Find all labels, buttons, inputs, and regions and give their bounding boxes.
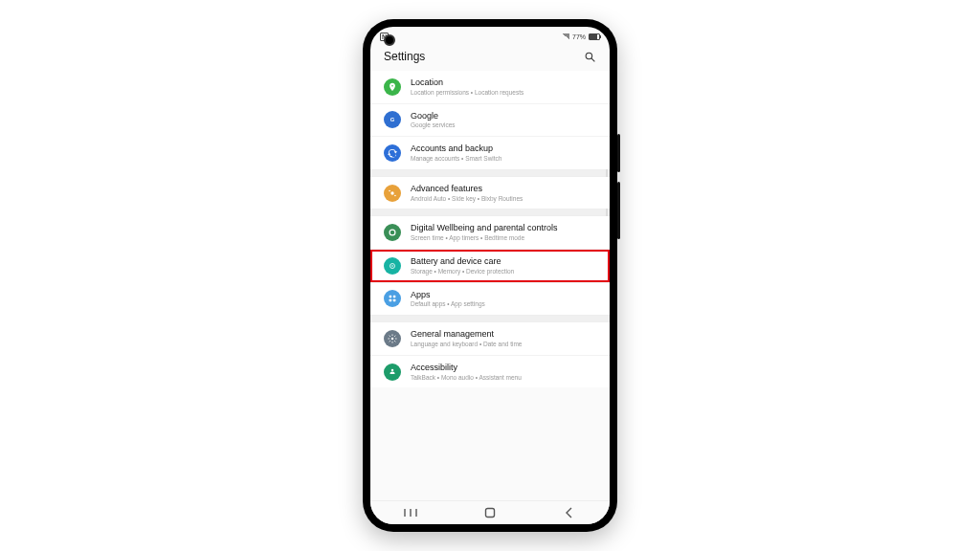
item-title: Apps [411, 290, 485, 300]
item-text: GoogleGoogle services [411, 111, 456, 130]
back-button[interactable] [550, 506, 589, 519]
svg-text:G: G [390, 117, 395, 122]
item-subtitle: Location permissions • Location requests [411, 89, 523, 97]
general-icon [384, 330, 401, 347]
item-text: AppsDefault apps • App settings [411, 290, 485, 309]
item-text: AccessibilityTalkBack • Mono audio • Ass… [411, 363, 522, 382]
settings-item-general[interactable]: General managementLanguage and keyboard … [370, 322, 610, 355]
battery-icon [589, 33, 600, 40]
back-icon [565, 507, 574, 518]
location-icon [384, 78, 401, 96]
nav-bar [370, 500, 610, 524]
accounts-icon [384, 144, 401, 162]
item-title: General management [411, 329, 522, 340]
item-subtitle: Storage • Memory • Device protection [411, 268, 514, 276]
svg-point-0 [586, 53, 592, 59]
item-subtitle: Language and keyboard • Date and time [411, 341, 522, 348]
svg-point-14 [391, 368, 394, 371]
settings-item-apps[interactable]: AppsDefault apps • App settings [370, 282, 610, 316]
settings-item-accessibility[interactable]: AccessibilityTalkBack • Mono audio • Ass… [370, 355, 610, 388]
search-button[interactable] [583, 50, 596, 63]
item-title: Google [411, 111, 456, 121]
front-camera [384, 34, 395, 46]
accessibility-icon [384, 364, 401, 381]
item-subtitle: Default apps • App settings [411, 300, 485, 308]
wellbeing-icon [384, 224, 401, 241]
battery-icon [384, 257, 401, 275]
item-title: Accessibility [411, 363, 522, 373]
recents-icon [404, 508, 417, 518]
settings-item-accounts[interactable]: Accounts and backupManage accounts • Sma… [370, 136, 610, 169]
item-text: Accounts and backupManage accounts • Sma… [411, 143, 502, 163]
signal-icon [562, 33, 569, 39]
svg-rect-18 [485, 509, 494, 518]
google-icon: G [384, 111, 401, 128]
home-icon [484, 507, 496, 518]
item-title: Location [411, 77, 523, 88]
settings-item-location[interactable]: LocationLocation permissions • Location … [370, 71, 610, 103]
item-title: Accounts and backup [411, 143, 502, 154]
item-text: Battery and device careStorage • Memory … [411, 256, 514, 276]
svg-line-1 [591, 58, 594, 61]
settings-item-wellbeing[interactable]: Digital Wellbeing and parental controlsS… [370, 216, 610, 249]
svg-rect-9 [390, 296, 392, 298]
item-text: Advanced featuresAndroid Auto • Side key… [411, 184, 523, 203]
svg-rect-10 [393, 296, 396, 298]
group-divider [370, 315, 610, 322]
item-subtitle: Google services [411, 121, 456, 129]
svg-point-6 [390, 230, 395, 235]
apps-icon [384, 290, 401, 307]
svg-rect-11 [390, 299, 392, 302]
svg-point-4 [389, 189, 390, 191]
svg-point-13 [391, 338, 394, 341]
item-title: Advanced features [411, 184, 523, 194]
settings-item-google[interactable]: GGoogleGoogle services [370, 103, 610, 137]
side-button-2 [617, 182, 620, 239]
home-button[interactable] [471, 506, 509, 519]
page-title: Settings [384, 50, 425, 63]
settings-item-battery[interactable]: Battery and device careStorage • Memory … [370, 249, 610, 282]
item-title: Battery and device care [411, 256, 514, 267]
item-subtitle: Manage accounts • Smart Switch [411, 155, 502, 163]
advanced-icon [384, 185, 401, 202]
svg-rect-12 [393, 299, 396, 302]
item-subtitle: Android Auto • Side key • Bixby Routines [411, 195, 523, 203]
app-header: Settings [370, 46, 610, 71]
group-divider [370, 209, 610, 216]
group-divider [370, 169, 610, 177]
item-text: General managementLanguage and keyboard … [411, 329, 522, 348]
item-text: Digital Wellbeing and parental controlsS… [411, 223, 557, 242]
battery-label: 77% [572, 33, 586, 40]
settings-list[interactable]: LocationLocation permissions • Location … [370, 71, 610, 500]
settings-item-advanced[interactable]: Advanced featuresAndroid Auto • Side key… [370, 177, 610, 209]
svg-point-3 [390, 191, 393, 194]
side-button-1 [617, 134, 620, 172]
recents-button[interactable] [391, 506, 430, 519]
search-icon [584, 51, 596, 63]
item-subtitle: Screen time • App timers • Bedtime mode [411, 234, 557, 242]
item-title: Digital Wellbeing and parental controls [411, 223, 557, 233]
phone-screen: N 77% Settings LocationLocation permissi… [370, 27, 610, 524]
svg-point-8 [391, 265, 393, 267]
phone-frame: N 77% Settings LocationLocation permissi… [363, 19, 617, 532]
status-bar: N 77% [370, 27, 610, 46]
stage: N 77% Settings LocationLocation permissi… [0, 0, 980, 551]
item-text: LocationLocation permissions • Location … [411, 77, 523, 97]
item-subtitle: TalkBack • Mono audio • Assistant menu [411, 374, 522, 382]
svg-point-5 [394, 194, 396, 196]
